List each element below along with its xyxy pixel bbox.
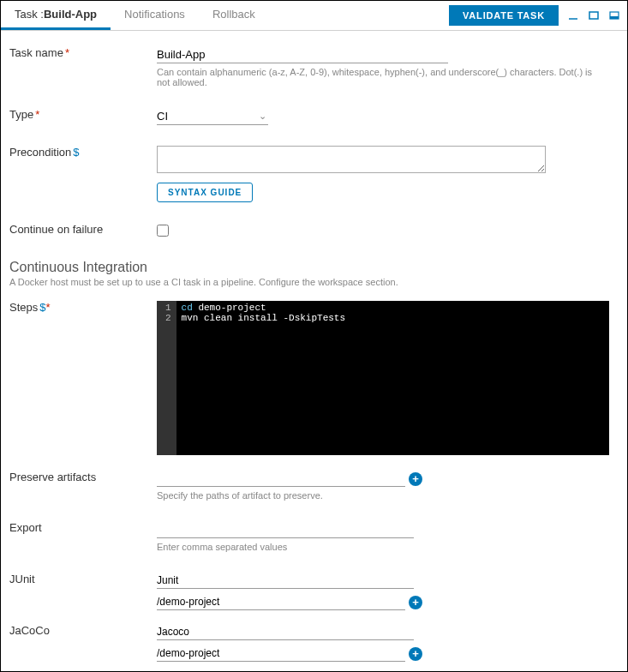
junit-name-input[interactable] bbox=[157, 573, 414, 589]
header: Task :Build-App Notifications Rollback V… bbox=[1, 1, 627, 31]
task-name-help: Can contain alphanumeric (a-z, A-Z, 0-9)… bbox=[157, 67, 594, 87]
steps-label: Steps$* bbox=[9, 301, 157, 314]
syntax-guide-button[interactable]: SYNTAX GUIDE bbox=[157, 183, 253, 202]
tab-task[interactable]: Task :Build-App bbox=[1, 1, 111, 30]
tab-rollback[interactable]: Rollback bbox=[199, 1, 269, 30]
code-content: cd demo-project mvn clean install -Dskip… bbox=[176, 301, 350, 455]
ci-section-title: Continuous Integration bbox=[9, 260, 619, 275]
preserve-artifacts-input[interactable] bbox=[157, 471, 405, 487]
tab-task-name: Build-App bbox=[44, 8, 97, 21]
junit-label: JUnit bbox=[9, 573, 157, 585]
add-jacoco-button[interactable]: + bbox=[409, 647, 422, 661]
tab-notifications[interactable]: Notifications bbox=[111, 1, 199, 30]
svg-rect-3 bbox=[610, 16, 619, 19]
precondition-input[interactable] bbox=[157, 146, 546, 173]
task-name-input[interactable] bbox=[157, 46, 448, 63]
ci-section-desc: A Docker host must be set up to use a CI… bbox=[9, 277, 619, 287]
add-junit-button[interactable]: + bbox=[409, 596, 422, 609]
tab-task-prefix: Task : bbox=[15, 8, 44, 21]
task-name-label: Task name* bbox=[9, 46, 157, 59]
content: Task name* Can contain alphanumeric (a-z… bbox=[1, 31, 627, 669]
preserve-artifacts-help: Specify the paths of artifact to preserv… bbox=[157, 490, 594, 501]
type-label: Type* bbox=[9, 108, 157, 121]
dock-icon[interactable] bbox=[608, 9, 620, 21]
jacoco-path-input[interactable] bbox=[157, 645, 405, 662]
continue-on-failure-checkbox[interactable] bbox=[157, 225, 169, 237]
add-artifact-button[interactable]: + bbox=[409, 472, 422, 486]
svg-rect-1 bbox=[589, 12, 598, 19]
header-actions: VALIDATE TASK bbox=[449, 5, 620, 26]
maximize-icon[interactable] bbox=[588, 9, 600, 21]
continue-on-failure-label: Continue on failure bbox=[9, 223, 157, 236]
type-select[interactable] bbox=[157, 108, 268, 125]
preserve-artifacts-label: Preserve artifacts bbox=[9, 471, 157, 483]
tabs: Task :Build-App Notifications Rollback bbox=[1, 1, 269, 30]
export-input[interactable] bbox=[157, 521, 414, 538]
junit-path-input[interactable] bbox=[157, 594, 405, 610]
minimize-icon[interactable] bbox=[567, 9, 579, 21]
jacoco-label: JaCoCo bbox=[9, 624, 157, 637]
export-label: Export bbox=[9, 521, 157, 534]
precondition-label: Precondition$ bbox=[9, 146, 157, 159]
jacoco-name-input[interactable] bbox=[157, 624, 414, 640]
validate-task-button[interactable]: VALIDATE TASK bbox=[449, 5, 559, 26]
export-help: Enter comma separated values bbox=[157, 542, 594, 552]
code-gutter: 12 bbox=[157, 301, 176, 455]
steps-code-editor[interactable]: 12 cd demo-project mvn clean install -Ds… bbox=[157, 301, 609, 455]
